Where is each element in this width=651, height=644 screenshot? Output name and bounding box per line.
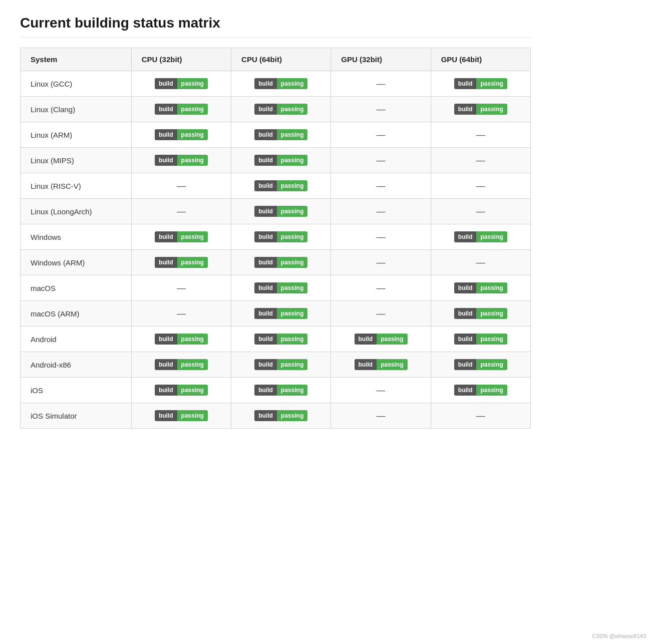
- cell-gpu32: —: [331, 301, 431, 327]
- cell-gpu64: —: [431, 122, 530, 148]
- cell-cpu32: —: [131, 199, 231, 224]
- build-passing-badge: buildpassing: [454, 334, 507, 345]
- badge-build-label: build: [355, 334, 377, 345]
- build-passing-badge: buildpassing: [254, 206, 307, 217]
- col-header-cpu64: CPU (64bit): [231, 48, 331, 71]
- dash-indicator: —: [476, 411, 485, 421]
- cell-cpu32: buildpassing: [131, 327, 231, 352]
- build-passing-badge: buildpassing: [254, 180, 307, 191]
- badge-build-label: build: [155, 78, 177, 89]
- build-passing-badge: buildpassing: [155, 359, 208, 370]
- badge-passing-label: passing: [177, 410, 208, 421]
- system-name: Linux (ARM): [21, 122, 132, 148]
- badge-passing-label: passing: [377, 334, 407, 345]
- badge-build-label: build: [254, 78, 277, 89]
- dash-indicator: —: [377, 104, 386, 114]
- system-name: Linux (LoongArch): [21, 199, 132, 224]
- badge-build-label: build: [254, 282, 277, 293]
- badge-build-label: build: [454, 104, 477, 115]
- table-row: macOS (ARM)—buildpassing—buildpassing: [21, 301, 531, 327]
- badge-passing-label: passing: [177, 231, 208, 242]
- system-name: iOS Simulator: [21, 403, 132, 429]
- build-passing-badge: buildpassing: [254, 155, 307, 166]
- badge-build-label: build: [155, 410, 177, 421]
- cell-cpu32: buildpassing: [131, 224, 231, 250]
- build-passing-badge: buildpassing: [254, 104, 307, 115]
- badge-passing-label: passing: [277, 231, 307, 242]
- badge-build-label: build: [355, 359, 377, 370]
- dash-indicator: —: [377, 79, 386, 89]
- cell-gpu32: —: [331, 122, 431, 148]
- build-passing-badge: buildpassing: [454, 78, 507, 89]
- system-name: macOS: [21, 275, 132, 301]
- dash-indicator: —: [177, 181, 186, 191]
- dash-indicator: —: [377, 385, 386, 395]
- cell-gpu32: —: [331, 148, 431, 173]
- system-name: Windows: [21, 224, 132, 250]
- badge-build-label: build: [254, 334, 277, 345]
- badge-build-label: build: [155, 359, 177, 370]
- badge-build-label: build: [454, 334, 477, 345]
- cell-cpu32: buildpassing: [131, 250, 231, 275]
- badge-build-label: build: [155, 231, 177, 242]
- badge-passing-label: passing: [476, 231, 507, 242]
- cell-gpu32: —: [331, 224, 431, 250]
- cell-gpu64: —: [431, 403, 530, 429]
- badge-build-label: build: [254, 129, 277, 140]
- build-passing-badge: buildpassing: [254, 257, 307, 268]
- badge-build-label: build: [155, 334, 177, 345]
- cell-cpu64: buildpassing: [231, 327, 331, 352]
- badge-passing-label: passing: [177, 359, 208, 370]
- table-row: Windows (ARM)buildpassingbuildpassing——: [21, 250, 531, 275]
- badge-build-label: build: [454, 231, 477, 242]
- cell-gpu64: buildpassing: [431, 352, 530, 378]
- cell-gpu32: —: [331, 378, 431, 403]
- badge-passing-label: passing: [476, 334, 507, 345]
- build-passing-badge: buildpassing: [155, 104, 208, 115]
- build-passing-badge: buildpassing: [355, 359, 408, 370]
- badge-passing-label: passing: [177, 129, 208, 140]
- system-name: Android-x86: [21, 352, 132, 378]
- dash-indicator: —: [476, 181, 485, 191]
- build-passing-badge: buildpassing: [454, 308, 507, 319]
- cell-cpu32: buildpassing: [131, 148, 231, 173]
- col-header-system: System: [21, 48, 132, 71]
- badge-build-label: build: [254, 308, 277, 319]
- dash-indicator: —: [377, 308, 386, 318]
- badge-build-label: build: [254, 359, 277, 370]
- badge-build-label: build: [254, 155, 277, 166]
- dash-indicator: —: [476, 130, 485, 140]
- badge-passing-label: passing: [277, 282, 307, 293]
- table-row: Linux (Clang)buildpassingbuildpassing—bu…: [21, 97, 531, 122]
- cell-gpu32: buildpassing: [331, 352, 431, 378]
- badge-passing-label: passing: [277, 155, 307, 166]
- badge-passing-label: passing: [476, 282, 507, 293]
- badge-passing-label: passing: [476, 104, 507, 115]
- cell-gpu64: —: [431, 148, 530, 173]
- cell-gpu64: buildpassing: [431, 275, 530, 301]
- dash-indicator: —: [177, 308, 186, 318]
- cell-gpu64: —: [431, 173, 530, 199]
- cell-gpu32: —: [331, 173, 431, 199]
- badge-build-label: build: [254, 410, 277, 421]
- badge-build-label: build: [155, 257, 177, 268]
- badge-passing-label: passing: [177, 104, 208, 115]
- build-passing-badge: buildpassing: [155, 78, 208, 89]
- badge-build-label: build: [454, 308, 477, 319]
- dash-indicator: —: [377, 257, 386, 267]
- build-passing-badge: buildpassing: [454, 282, 507, 293]
- build-passing-badge: buildpassing: [155, 334, 208, 345]
- cell-gpu64: buildpassing: [431, 301, 530, 327]
- cell-cpu32: buildpassing: [131, 378, 231, 403]
- badge-passing-label: passing: [277, 334, 307, 345]
- dash-indicator: —: [476, 206, 485, 216]
- badge-passing-label: passing: [277, 78, 307, 89]
- badge-passing-label: passing: [277, 129, 307, 140]
- system-name: Linux (Clang): [21, 97, 132, 122]
- system-name: Windows (ARM): [21, 250, 132, 275]
- badge-passing-label: passing: [277, 410, 307, 421]
- table-row: Linux (LoongArch)—buildpassing——: [21, 199, 531, 224]
- badge-build-label: build: [155, 104, 177, 115]
- cell-gpu32: —: [331, 250, 431, 275]
- cell-cpu32: buildpassing: [131, 71, 231, 97]
